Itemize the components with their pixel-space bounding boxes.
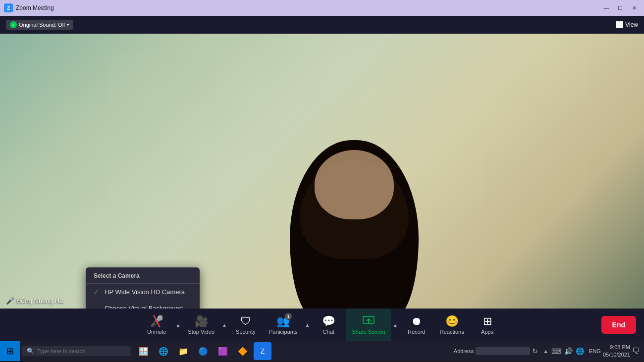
context-menu-title: Select a Camera	[86, 267, 200, 284]
start-button[interactable]: ⊞	[0, 341, 20, 361]
taskbar: ⊞ 🔍 🪟 🌐 📁 🔵 🟪 🔶 Z Address ↻ ▲ ⌨ 🔊 🌐 ENG …	[0, 341, 644, 361]
address-label: Address	[454, 348, 474, 354]
taskbar-app-chrome[interactable]: 🔵	[194, 342, 212, 360]
titlebar-title: Zoom Meeting	[16, 4, 54, 11]
record-button[interactable]: ⏺ Record	[399, 309, 434, 341]
original-sound-label: Original Sound: Off	[19, 22, 65, 28]
taskbar-app-edge[interactable]: 🌐	[155, 342, 172, 360]
share-screen-label: Share Screen	[352, 329, 385, 335]
taskbar-app-windows[interactable]: 🪟	[135, 342, 153, 360]
unmute-label: Unmute	[147, 329, 166, 335]
chat-button[interactable]: 💬 Chat	[311, 309, 346, 341]
participant-name: Hồng Nhung Hà	[16, 297, 63, 305]
view-button[interactable]: View	[616, 21, 638, 28]
share-screen-group: Share Screen ▲	[346, 309, 399, 341]
participants-count-badge: 1	[285, 313, 292, 320]
participants-caret[interactable]: ▲	[303, 309, 311, 341]
tray-up-icon[interactable]: ▲	[543, 348, 548, 354]
shield-icon: 🛡	[240, 315, 251, 328]
end-button[interactable]: End	[601, 316, 636, 334]
record-icon: ⏺	[411, 315, 422, 328]
topbar: ✓ Original Sound: Off ▾ View	[0, 16, 644, 34]
participant-video	[268, 101, 441, 309]
video-area: 🎤 Hồng Nhung Hà Select a Camera ✓ HP Wid…	[0, 34, 644, 309]
microphone-off-icon: 🎤	[6, 297, 14, 305]
participant-name-label: 🎤 Hồng Nhung Hà	[6, 297, 63, 305]
virtual-background-label: Choose Virtual Background...	[105, 305, 188, 309]
taskbar-search[interactable]: 🔍	[22, 346, 131, 356]
camera-option-virtual-background[interactable]: ✓ Choose Virtual Background...	[86, 300, 200, 309]
toolbar: 🎤 ╲ Unmute ▲ 🎥 Stop Video ▲ 🛡 Security 👥…	[0, 309, 644, 341]
reactions-button[interactable]: 😊 Reactions	[434, 309, 470, 341]
apps-button[interactable]: ⊞ Apps	[470, 309, 505, 341]
video-caret[interactable]: ▲	[220, 309, 228, 341]
tray-keyboard-icon: ⌨	[551, 347, 561, 355]
reactions-icon: 😊	[445, 315, 459, 328]
date-display: 05/10/2021	[603, 351, 630, 359]
check-icon: ✓	[94, 289, 101, 296]
view-label: View	[625, 21, 638, 28]
security-label: Security	[236, 329, 256, 335]
titlebar-controls: — ☐ ✕	[600, 3, 640, 13]
check-empty: ✓	[94, 305, 101, 309]
share-screen-caret[interactable]: ▲	[391, 309, 399, 341]
share-screen-button[interactable]: Share Screen	[346, 309, 391, 341]
titlebar: Z Zoom Meeting — ☐ ✕	[0, 0, 644, 16]
close-button[interactable]: ✕	[628, 3, 640, 13]
unmute-caret[interactable]: ▲	[174, 309, 182, 341]
refresh-icon[interactable]: ↻	[532, 347, 538, 355]
original-sound-button[interactable]: ✓ Original Sound: Off ▾	[6, 20, 73, 30]
apps-icon: ⊞	[483, 315, 492, 328]
address-input[interactable]	[476, 347, 530, 355]
clock: 9:08 PM 05/10/2021	[603, 344, 630, 359]
stop-video-group: 🎥 Stop Video ▲	[182, 309, 228, 341]
search-input[interactable]	[37, 348, 116, 354]
camera-option-hp[interactable]: ✓ HP Wide Vision HD Camera	[86, 284, 200, 300]
camera-context-menu: Select a Camera ✓ HP Wide Vision HD Came…	[86, 267, 200, 309]
microphone-muted-icon: 🎤 ╲	[150, 315, 163, 328]
tray-speaker-icon: 🔊	[564, 347, 573, 355]
security-button[interactable]: 🛡 Security	[228, 309, 263, 341]
stop-video-button[interactable]: 🎥 Stop Video	[182, 309, 220, 341]
reactions-label: Reactions	[440, 329, 464, 335]
taskbar-app-explorer[interactable]: 📁	[174, 342, 192, 360]
chat-icon: 💬	[322, 315, 335, 328]
share-screen-icon	[363, 315, 375, 328]
time-display: 9:08 PM	[603, 344, 630, 351]
search-icon: 🔍	[27, 348, 34, 355]
checkmark-icon: ✓	[12, 23, 15, 27]
record-label: Record	[408, 329, 425, 335]
taskbar-app-zoom[interactable]: Z	[254, 342, 271, 360]
unmute-group: 🎤 ╲ Unmute ▲	[139, 309, 182, 341]
address-bar: Address ↻	[454, 347, 538, 355]
participants-icon: 👥 1	[276, 315, 290, 328]
minimize-button[interactable]: —	[600, 3, 612, 13]
titlebar-left: Z Zoom Meeting	[4, 3, 54, 12]
taskbar-app-unknown[interactable]: 🔶	[234, 342, 252, 360]
taskbar-app-teams[interactable]: 🟪	[214, 342, 232, 360]
system-tray: ▲ ⌨ 🔊 🌐	[540, 347, 587, 355]
unmute-button[interactable]: 🎤 ╲ Unmute	[139, 309, 174, 341]
camera-name: HP Wide Vision HD Camera	[105, 288, 185, 296]
chevron-down-icon: ▾	[67, 22, 69, 27]
chat-label: Chat	[323, 329, 334, 335]
taskbar-right: Address ↻ ▲ ⌨ 🔊 🌐 ENG 9:08 PM 05/10/2021…	[454, 344, 644, 359]
taskbar-apps: 🪟 🌐 📁 🔵 🟪 🔶 Z	[135, 342, 454, 360]
status-indicator: ✓	[10, 21, 17, 28]
stop-video-label: Stop Video	[188, 329, 215, 335]
apps-label: Apps	[481, 329, 493, 335]
tray-network-icon: 🌐	[576, 347, 584, 355]
grid-icon	[616, 21, 623, 28]
participants-button[interactable]: 👥 1 Participants	[263, 309, 303, 341]
camera-icon: 🎥	[195, 315, 208, 328]
participants-group: 👥 1 Participants ▲	[263, 309, 311, 341]
notification-icon[interactable]: 🗨	[632, 347, 640, 356]
maximize-button[interactable]: ☐	[614, 3, 626, 13]
language-label: ENG	[589, 348, 601, 354]
zoom-icon: Z	[4, 3, 13, 12]
participants-label: Participants	[269, 329, 297, 335]
